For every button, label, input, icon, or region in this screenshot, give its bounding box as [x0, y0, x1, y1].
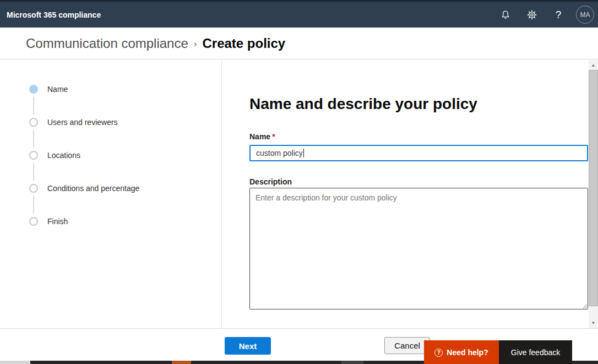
- notifications-button[interactable]: [492, 2, 519, 28]
- wizard-step-conditions-and-percentage[interactable]: Conditions and percentage: [29, 172, 221, 205]
- account-avatar[interactable]: MA: [576, 6, 594, 24]
- wizard-step-finish[interactable]: Finish: [29, 205, 221, 238]
- wizard-step-locations[interactable]: Locations: [29, 139, 221, 172]
- need-help-label: Need help?: [447, 348, 488, 357]
- wizard-step-users-and-reviewers[interactable]: Users and reviewers: [29, 106, 221, 139]
- step-indicator: [29, 151, 38, 160]
- help-button[interactable]: ?: [545, 2, 572, 28]
- scrollbar-up-arrow-icon[interactable]: ▲: [589, 61, 598, 70]
- name-label-text: Name: [249, 132, 270, 141]
- settings-button[interactable]: [519, 2, 545, 28]
- scrollbar-thumb[interactable]: [589, 70, 598, 306]
- scrollbar-down-arrow-icon[interactable]: ▼: [589, 318, 598, 328]
- name-field-label: Name*: [249, 132, 275, 141]
- step-indicator: [29, 217, 38, 226]
- wizard-page-content: Name and describe your policy Name* cust…: [222, 60, 589, 328]
- wizard-steps-panel: Name Users and reviewers Locations Condi…: [0, 60, 222, 328]
- header-icons: ? MA: [492, 2, 598, 28]
- wizard-step-name[interactable]: Name: [29, 73, 221, 106]
- step-label: Name: [47, 85, 68, 94]
- avatar-initials: MA: [580, 11, 590, 19]
- name-input[interactable]: custom policy: [249, 145, 588, 161]
- help-icon: ?: [556, 9, 562, 21]
- wizard-body: Name Users and reviewers Locations Condi…: [0, 60, 598, 328]
- wizard-footer: Next Cancel ? Need help? Give feedback: [0, 328, 598, 364]
- step-indicator-active: [29, 85, 38, 94]
- breadcrumb-parent-link[interactable]: Communication compliance: [26, 36, 188, 51]
- step-indicator: [29, 118, 38, 127]
- step-indicator: [29, 184, 38, 193]
- step-label: Users and reviewers: [47, 118, 118, 127]
- breadcrumb: Communication compliance › Create policy: [0, 28, 598, 59]
- give-feedback-button[interactable]: Give feedback: [499, 340, 572, 364]
- cancel-button[interactable]: Cancel: [384, 337, 430, 354]
- page-title: Create policy: [202, 36, 285, 51]
- breadcrumb-separator-icon: ›: [194, 37, 197, 50]
- step-label: Locations: [47, 151, 80, 160]
- required-marker: *: [272, 132, 275, 141]
- bottom-edge-segment: [341, 361, 363, 364]
- step-label: Conditions and percentage: [47, 184, 139, 193]
- bottom-edge-segment: [0, 361, 30, 364]
- vertical-scrollbar[interactable]: ▲ ▼: [589, 60, 598, 328]
- bottom-edge-segment: [30, 361, 172, 364]
- name-input-value: custom policy: [256, 149, 303, 157]
- text-caret: [303, 149, 304, 157]
- app-title: Microsoft 365 compliance: [0, 10, 492, 19]
- bottom-edge-segment: [172, 361, 191, 364]
- bell-icon: [501, 10, 510, 20]
- step-label: Finish: [47, 217, 68, 226]
- gear-icon: [527, 10, 537, 20]
- help-circle-icon: ?: [434, 349, 443, 357]
- wizard-steps: Name Users and reviewers Locations Condi…: [0, 73, 221, 238]
- next-button[interactable]: Next: [225, 337, 271, 355]
- bottom-edge-segment: [191, 361, 341, 364]
- section-title: Name and describe your policy: [249, 95, 477, 113]
- description-textarea[interactable]: [249, 188, 588, 309]
- description-field-label: Description: [249, 177, 292, 186]
- need-help-button[interactable]: ? Need help?: [424, 340, 499, 364]
- app-header: Microsoft 365 compliance: [0, 2, 598, 28]
